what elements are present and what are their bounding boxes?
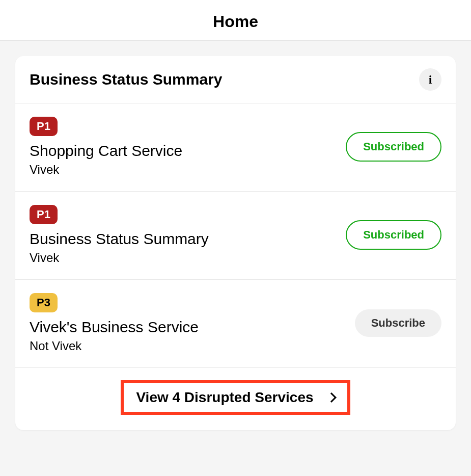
chevron-right-icon <box>326 392 337 403</box>
status-summary-card: Business Status Summary i P1 Shopping Ca… <box>15 56 456 430</box>
service-left: P3 Vivek's Business Service Not Vivek <box>30 293 355 353</box>
priority-badge: P3 <box>30 293 58 312</box>
view-all-label: View 4 Disrupted Services <box>136 389 313 406</box>
card-footer: View 4 Disrupted Services <box>15 368 456 430</box>
priority-badge: P1 <box>30 117 58 136</box>
service-item[interactable]: P1 Shopping Cart Service Vivek Subscribe… <box>15 103 456 192</box>
service-item[interactable]: P1 Business Status Summary Vivek Subscri… <box>15 192 456 280</box>
card-header: Business Status Summary i <box>15 56 456 103</box>
view-disrupted-services-button[interactable]: View 4 Disrupted Services <box>121 380 350 415</box>
priority-badge: P1 <box>30 205 58 224</box>
page-title: Home <box>0 12 471 31</box>
service-owner: Vivek <box>30 251 346 265</box>
service-owner: Vivek <box>30 163 346 177</box>
info-icon: i <box>429 73 432 87</box>
service-name: Shopping Cart Service <box>30 142 346 160</box>
service-name: Vivek's Business Service <box>30 319 355 336</box>
service-owner: Not Vivek <box>30 339 355 353</box>
service-item[interactable]: P3 Vivek's Business Service Not Vivek Su… <box>15 280 456 368</box>
page-header: Home <box>0 0 471 41</box>
service-name: Business Status Summary <box>30 230 346 248</box>
info-icon-button[interactable]: i <box>419 68 441 91</box>
subscribed-button[interactable]: Subscribed <box>346 220 441 250</box>
service-left: P1 Business Status Summary Vivek <box>30 205 346 265</box>
card-title: Business Status Summary <box>30 71 222 88</box>
subscribe-button[interactable]: Subscribe <box>355 309 441 337</box>
service-left: P1 Shopping Cart Service Vivek <box>30 117 346 177</box>
subscribed-button[interactable]: Subscribed <box>346 132 441 162</box>
page-content: Business Status Summary i P1 Shopping Ca… <box>0 41 471 445</box>
